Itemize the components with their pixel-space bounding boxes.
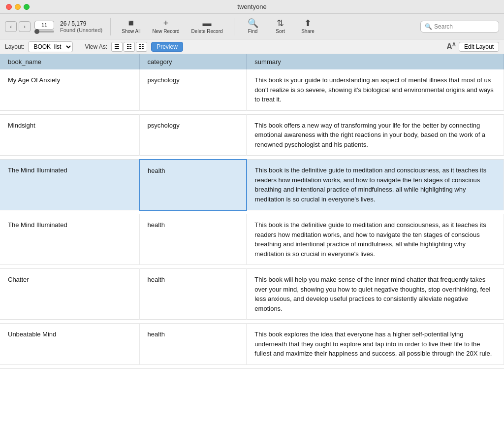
view-table-button[interactable]: ☷ — [124, 42, 135, 52]
table-row[interactable]: My Age Of AnxietypsychologyThis book is … — [0, 69, 504, 110]
cell-book-name[interactable]: Unbeatable Mind — [0, 324, 139, 365]
new-record-button[interactable]: + New Record — [150, 18, 183, 35]
find-label: Find — [248, 29, 257, 34]
spacer-row — [0, 210, 504, 214]
edit-layout-button[interactable]: Edit Layout — [459, 42, 499, 52]
cell-book-name[interactable]: Mindsight — [0, 114, 139, 156]
delete-record-icon: ▬ — [203, 19, 212, 28]
window-title: twentyone — [237, 3, 266, 10]
title-bar: twentyone — [0, 0, 504, 14]
share-button[interactable]: ⬆ Share — [297, 18, 319, 35]
table-row[interactable]: MindsightpsychologyThis book offers a ne… — [0, 114, 504, 156]
layout-label: Layout: — [5, 43, 24, 50]
separator-2 — [234, 18, 234, 35]
cell-category[interactable]: health — [139, 324, 247, 365]
fullscreen-button[interactable] — [24, 4, 30, 10]
separator-1 — [110, 18, 111, 35]
spacer-row — [0, 364, 504, 368]
find-button[interactable]: 🔍 Find — [242, 18, 264, 35]
next-record-button[interactable]: › — [19, 21, 31, 32]
nav-area: ‹ › 26 / 5,179 Found (Unsorted) — [5, 20, 102, 33]
toolbar-right: 🔍 — [420, 21, 499, 33]
table-row[interactable]: Unbeatable MindhealthThis book explores … — [0, 324, 504, 365]
cell-book-name[interactable]: My Age Of Anxiety — [0, 69, 139, 110]
find-icon: 🔍 — [248, 19, 258, 28]
new-record-label: New Record — [153, 29, 180, 34]
spacer-row — [0, 320, 504, 324]
cell-category[interactable]: health — [139, 269, 247, 320]
records-info: 26 / 5,179 Found (Unsorted) — [60, 20, 102, 33]
cell-book-name[interactable]: The Mind Illuminated — [0, 160, 139, 210]
content-area: book_name category summary My Age Of Anx… — [0, 54, 504, 430]
show-all-button[interactable]: ◾ Show All — [119, 18, 143, 35]
show-all-label: Show All — [122, 29, 140, 34]
table-row[interactable]: The Mind IlluminatedhealthThis book is t… — [0, 214, 504, 265]
col-header-category: category — [139, 54, 247, 69]
sort-icon: ⇅ — [277, 19, 284, 28]
table-header-row: book_name category summary — [0, 54, 504, 69]
cell-summary: This book explores the idea that everyon… — [247, 324, 504, 365]
table-row[interactable]: ChatterhealthThis book will help you mak… — [0, 269, 504, 320]
cell-category[interactable]: health — [139, 214, 247, 265]
delete-record-button[interactable]: ▬ Delete Record — [189, 18, 226, 35]
cell-category[interactable]: psychology — [139, 114, 247, 156]
close-button[interactable] — [6, 4, 12, 10]
record-number-input[interactable] — [34, 21, 54, 30]
spacer-row — [0, 265, 504, 269]
toolbar: ‹ › 26 / 5,179 Found (Unsorted) ◾ Show A… — [0, 14, 504, 39]
layout-bar-right: AA Edit Layout — [446, 42, 499, 52]
spacer-row — [0, 156, 504, 160]
view-grid-button[interactable]: ☷ — [136, 42, 147, 52]
cell-book-name[interactable]: The Mind Illuminated — [0, 214, 139, 265]
sort-button[interactable]: ⇅ Sort — [270, 18, 291, 35]
records-status: Found (Unsorted) — [60, 27, 102, 33]
traffic-lights — [6, 4, 30, 10]
sort-label: Sort — [276, 29, 284, 34]
records-table: book_name category summary My Age Of Anx… — [0, 54, 504, 369]
search-icon: 🔍 — [425, 23, 432, 30]
table-row[interactable]: The Mind IlluminatedhealthThis book is t… — [0, 160, 504, 210]
cell-category[interactable]: psychology — [139, 69, 247, 110]
cell-category[interactable]: health — [139, 160, 247, 210]
prev-record-button[interactable]: ‹ — [5, 21, 17, 32]
record-slider[interactable] — [34, 31, 54, 33]
font-size-icon: AA — [446, 42, 456, 52]
layout-bar: Layout: BOOK_list View As: ☰ ☷ ☷ Preview… — [0, 39, 504, 54]
search-box[interactable]: 🔍 — [420, 21, 499, 33]
cell-book-name[interactable]: Chatter — [0, 269, 139, 320]
cell-summary: This book offers a new way of transformi… — [247, 114, 504, 156]
table-container: book_name category summary My Age Of Anx… — [0, 54, 504, 430]
records-count: 26 / 5,179 — [60, 20, 86, 27]
cell-summary: This book is the definitive guide to med… — [247, 214, 504, 265]
search-input[interactable] — [434, 23, 495, 30]
minimize-button[interactable] — [15, 4, 21, 10]
cell-summary: This book will help you make sense of th… — [247, 269, 504, 320]
spacer-row — [0, 110, 504, 114]
new-record-icon: + — [163, 19, 169, 28]
col-header-summary: summary — [247, 54, 504, 69]
cell-summary: This book is the definitive guide to med… — [247, 160, 504, 210]
share-icon: ⬆ — [304, 19, 312, 28]
col-header-book_name: book_name — [0, 54, 139, 69]
layout-select[interactable]: BOOK_list — [28, 41, 73, 52]
show-all-icon: ◾ — [126, 19, 136, 28]
preview-button[interactable]: Preview — [151, 42, 183, 52]
view-as-label: View As: — [85, 43, 107, 50]
view-buttons: ☰ ☷ ☷ — [111, 42, 147, 52]
cell-summary: This book is your guide to understanding… — [247, 69, 504, 110]
view-list-button[interactable]: ☰ — [111, 42, 123, 52]
delete-record-label: Delete Record — [191, 29, 223, 34]
share-label: Share — [301, 29, 315, 34]
